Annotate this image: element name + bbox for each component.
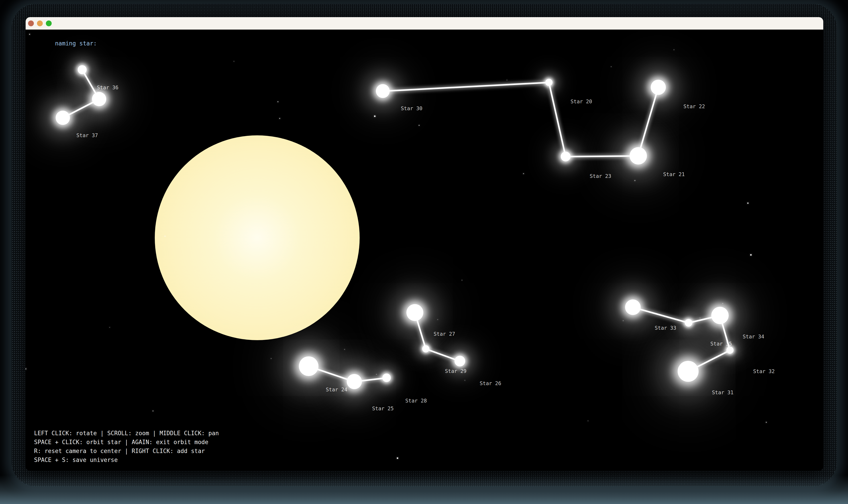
star-label: Star 31: [712, 390, 734, 395]
background-star: [271, 358, 271, 359]
star-node[interactable]: [347, 374, 362, 389]
traffic-light-maximize[interactable]: [46, 20, 52, 26]
star-node[interactable]: [382, 374, 391, 382]
background-star: [623, 320, 623, 321]
background-star: [464, 380, 465, 381]
background-star: [462, 280, 462, 281]
star-label: Star 27: [434, 331, 455, 337]
star-label: Star 21: [663, 172, 685, 177]
background-star: [766, 422, 767, 423]
background-star: [29, 34, 30, 35]
background-star: [153, 411, 154, 411]
background-star: [164, 236, 165, 237]
naming-prompt[interactable]: naming star:: [34, 33, 97, 54]
background-star: [279, 118, 280, 119]
star-label: Star 32: [753, 368, 775, 374]
constellation-edge: [566, 155, 638, 157]
background-star: [611, 66, 612, 67]
star-label: Star 34: [743, 334, 764, 340]
star-node[interactable]: [406, 304, 423, 321]
background-star: [722, 303, 723, 304]
star-label: Star 23: [590, 173, 611, 179]
help-line-2: SPACE + CLICK: orbit star | AGAIN: exit …: [34, 438, 219, 447]
traffic-light-close[interactable]: [28, 20, 34, 26]
star-label: Star 28: [405, 398, 427, 403]
help-line-4: SPACE + S: save universe: [34, 455, 219, 464]
star-label: Star 37: [76, 132, 98, 138]
help-line-1: LEFT CLICK: rotate | SCROLL: zoom | MIDD…: [34, 429, 219, 438]
background-star: [700, 318, 700, 318]
background-star: [674, 50, 674, 50]
star-node[interactable]: [56, 111, 70, 125]
background-star: [419, 125, 420, 126]
sun[interactable]: [155, 136, 360, 340]
star-label: Star 22: [684, 104, 705, 109]
star-label: Star 26: [480, 380, 501, 386]
star-label: Star 20: [570, 98, 592, 104]
star-node[interactable]: [455, 356, 465, 366]
background-star: [278, 101, 278, 102]
star-node[interactable]: [651, 80, 666, 95]
background-star: [747, 202, 748, 204]
star-node[interactable]: [545, 79, 552, 86]
star-node[interactable]: [376, 84, 390, 98]
background-star: [376, 374, 377, 375]
background-star: [588, 420, 588, 421]
star-label: Star 25: [372, 406, 394, 411]
star-node[interactable]: [299, 356, 318, 376]
help-overlay: LEFT CLICK: rotate | SCROLL: zoom | MIDD…: [34, 429, 219, 464]
constellation-edge: [633, 307, 689, 324]
help-line-3: R: reset camera to center | RIGHT CLICK:…: [34, 447, 219, 455]
star-label: Star 29: [445, 368, 466, 374]
star-label: Star 24: [326, 387, 348, 393]
background-star: [750, 254, 752, 255]
star-node[interactable]: [92, 92, 106, 106]
star-label: Star 30: [401, 106, 422, 111]
background-star: [374, 115, 375, 117]
star-node[interactable]: [625, 300, 641, 315]
backdrop-bottom-fade: [0, 475, 848, 504]
traffic-light-minimize[interactable]: [37, 20, 43, 26]
star-node[interactable]: [726, 347, 734, 354]
star-node[interactable]: [711, 307, 729, 324]
naming-prompt-label: naming star:: [55, 40, 97, 47]
background-star: [234, 61, 234, 62]
screenshot-root: { "window": { "traffic_lights": [ {"name…: [0, 0, 848, 504]
background-star: [25, 368, 26, 370]
star-node[interactable]: [422, 345, 429, 353]
background-star: [109, 327, 110, 328]
background-star: [437, 319, 438, 320]
star-label: Star 36: [97, 85, 119, 90]
background-star: [507, 80, 507, 80]
constellation-edge: [383, 82, 549, 92]
constellation-edge: [638, 87, 659, 156]
app-window: Star 36Star 37Star 30Star 20Star 22Star …: [25, 17, 823, 471]
background-star: [344, 349, 345, 350]
star-node[interactable]: [561, 151, 570, 161]
background-star: [397, 457, 398, 459]
star-node[interactable]: [78, 65, 87, 74]
background-star: [321, 316, 322, 316]
background-star: [523, 173, 524, 174]
space-canvas[interactable]: Star 36Star 37Star 30Star 20Star 22Star …: [25, 17, 823, 471]
constellation-edge: [548, 82, 566, 157]
background-star: [634, 180, 635, 181]
star-node[interactable]: [678, 361, 699, 382]
star-node[interactable]: [630, 147, 647, 164]
star-label: Star 33: [655, 325, 676, 331]
title-bar[interactable]: [25, 17, 823, 30]
star-node[interactable]: [685, 319, 692, 327]
